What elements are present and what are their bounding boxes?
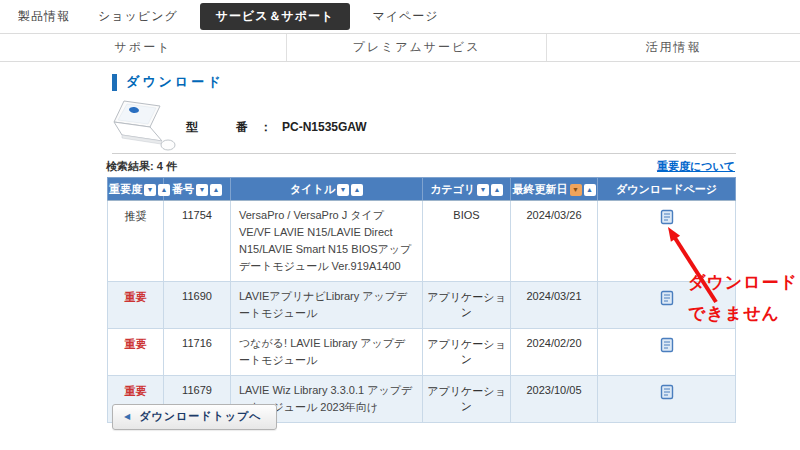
sort-desc-icon[interactable]: ▼: [196, 184, 208, 196]
model-value: PC-N1535GAW: [282, 120, 367, 134]
col-label: 最終更新日: [513, 183, 568, 195]
nav-item-product-info[interactable]: 製品情報: [12, 3, 76, 30]
category-cell: BIOS: [423, 201, 511, 282]
download-page-icon[interactable]: [660, 337, 674, 355]
col-label: ダウンロードページ: [616, 183, 717, 195]
sort-asc-icon[interactable]: ▲: [351, 184, 363, 196]
col-header-category: カテゴリ▼▲: [423, 178, 511, 201]
table-row: 推奨 11754 VersaPro / VersaPro J タイプVE/VF …: [108, 201, 736, 282]
col-header-importance: 重要度▼▲: [108, 178, 164, 201]
title-cell: つながる! LAVIE Library アップデートモジュール: [231, 329, 423, 376]
category-cell: アプリケーション: [423, 329, 511, 376]
search-result-count: 検索結果: 4 件: [106, 159, 177, 174]
updated-cell: 2024/03/21: [511, 282, 598, 329]
tab-support[interactable]: サポート: [0, 34, 287, 61]
col-header-download-page: ダウンロードページ: [598, 178, 736, 201]
model-colon: ：: [260, 120, 272, 134]
left-arrow-icon: ◀: [124, 412, 130, 421]
category-cell: アプリケーション: [423, 282, 511, 329]
updated-cell: 2024/02/20: [511, 329, 598, 376]
model-label-2: 番: [236, 120, 248, 134]
col-header-updated: 最終更新日▼▲: [511, 178, 598, 201]
sort-desc-icon-active[interactable]: ▼: [570, 184, 582, 196]
sort-desc-icon[interactable]: ▼: [477, 184, 489, 196]
number-cell: 11716: [164, 329, 231, 376]
tab-useful-info[interactable]: 活用情報: [547, 34, 800, 61]
col-header-number: 番号▼▲: [164, 178, 231, 201]
updated-cell: 2024/03/26: [511, 201, 598, 282]
importance-about-link[interactable]: 重要度について: [657, 159, 735, 174]
sort-asc-icon[interactable]: ▲: [491, 184, 503, 196]
sort-desc-icon[interactable]: ▼: [337, 184, 349, 196]
page: 製品情報 ショッピング サービス＆サポート マイページ サポート プレミアムサー…: [0, 0, 800, 450]
download-table: 重要度▼▲ 番号▼▲ タイトル▼▲ カテゴリ▼▲ 最終更新日▼▲ ダウンロードペ…: [107, 177, 736, 423]
updated-cell: 2023/10/05: [511, 376, 598, 423]
download-page-icon[interactable]: [660, 209, 674, 227]
number-cell: 11754: [164, 201, 231, 282]
top-nav: 製品情報 ショッピング サービス＆サポート マイページ: [0, 0, 800, 33]
laptop-image: [110, 97, 182, 153]
section-accent-bar: [112, 74, 117, 91]
page-title: ダウンロード: [126, 73, 224, 91]
title-cell: LAVIEアプリナビLibrary アップデートモジュール: [231, 282, 423, 329]
nav-item-service-support[interactable]: サービス＆サポート: [200, 3, 351, 30]
col-label: カテゴリ: [430, 183, 475, 195]
importance-cell: 重要: [108, 329, 164, 376]
download-page-icon[interactable]: [660, 384, 674, 402]
download-cell: [598, 329, 736, 376]
col-label: タイトル: [290, 183, 335, 195]
section-header: ダウンロード: [112, 73, 224, 91]
model-label-1: 型: [186, 120, 198, 134]
number-cell: 11690: [164, 282, 231, 329]
sort-asc-icon[interactable]: ▲: [158, 184, 170, 196]
model-number-line: 型番：PC-N1535GAW: [186, 119, 367, 136]
sort-desc-icon[interactable]: ▼: [144, 184, 156, 196]
download-top-button-label: ダウンロードトップへ: [139, 409, 261, 424]
nav-item-shopping[interactable]: ショッピング: [92, 3, 184, 30]
title-cell: VersaPro / VersaPro J タイプVE/VF LAVIE N15…: [231, 201, 423, 282]
tab-premium-service[interactable]: プレミアムサービス: [287, 34, 547, 61]
download-top-button[interactable]: ◀ ダウンロードトップへ: [112, 404, 277, 430]
sort-asc-icon[interactable]: ▲: [584, 184, 596, 196]
table-header-row: 重要度▼▲ 番号▼▲ タイトル▼▲ カテゴリ▼▲ 最終更新日▼▲ ダウンロードペ…: [108, 178, 736, 201]
secondary-nav: サポート プレミアムサービス 活用情報: [0, 33, 800, 62]
importance-cell: 重要: [108, 282, 164, 329]
nav-item-mypage[interactable]: マイページ: [366, 3, 444, 30]
download-page-icon[interactable]: [660, 290, 674, 308]
table-row: 重要 11690 LAVIEアプリナビLibrary アップデートモジュール ア…: [108, 282, 736, 329]
col-header-title: タイトル▼▲: [231, 178, 423, 201]
importance-cell: 推奨: [108, 201, 164, 282]
download-cell: [598, 376, 736, 423]
category-cell: アプリケーション: [423, 376, 511, 423]
table-row: 重要 11716 つながる! LAVIE Library アップデートモジュール…: [108, 329, 736, 376]
sort-asc-icon[interactable]: ▲: [210, 184, 222, 196]
download-cell: [598, 201, 736, 282]
col-label: 番号: [172, 183, 194, 195]
annotation-text-line2: できません: [688, 302, 780, 325]
annotation-text-line1: ダウンロード: [688, 271, 798, 294]
col-label: 重要度: [109, 183, 142, 195]
divider: [112, 153, 736, 154]
